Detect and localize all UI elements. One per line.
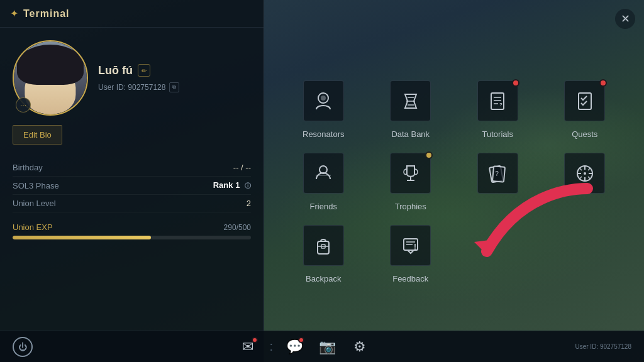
menu-grid-row1: Resonators Data Bank xyxy=(289,79,619,139)
menu-item-cards[interactable]: ? xyxy=(464,151,532,211)
resonators-icon-wrapper xyxy=(301,79,345,123)
data-bank-label: Data Bank xyxy=(391,129,430,139)
avatar-container: ⋯ xyxy=(13,40,88,116)
terminal-icon: ✦ xyxy=(10,8,18,19)
user-id-text: User ID: 902757128 xyxy=(98,83,165,92)
resonators-icon xyxy=(303,80,344,121)
tutorials-notification xyxy=(512,79,519,87)
sol3-label: SOL3 Phase xyxy=(13,181,59,190)
exp-label: Union EXP xyxy=(13,222,53,232)
svg-point-19 xyxy=(584,172,586,175)
window-title: Terminal xyxy=(23,8,70,19)
sol3-value: Rank 1 ⓘ xyxy=(213,180,251,190)
cards-icon: ? xyxy=(477,153,518,194)
menu-item-compass[interactable] xyxy=(551,151,619,211)
svg-line-25 xyxy=(588,177,590,178)
tutorials-label: Tutorials xyxy=(482,129,513,139)
svg-text:!: ! xyxy=(414,243,416,251)
data-bank-icon xyxy=(390,80,431,121)
settings-button[interactable]: ⚙ xyxy=(348,336,371,358)
bottom-separator: : xyxy=(269,339,273,354)
svg-line-27 xyxy=(580,177,582,178)
backpack-icon xyxy=(303,225,344,266)
bottom-bar: ⏻ ✉ : 💬 📷 ⚙ User ID: 902757128 xyxy=(0,331,644,362)
menu-item-feedback[interactable]: ! Feedback xyxy=(377,224,445,283)
power-button[interactable]: ⏻ xyxy=(13,337,33,357)
edit-name-icon[interactable]: ✏ xyxy=(138,64,150,77)
union-level-value: 2 xyxy=(247,199,251,208)
svg-rect-28 xyxy=(318,241,329,254)
menu-panel: Resonators Data Bank xyxy=(264,0,644,362)
bottom-user-id: User ID: 902757128 xyxy=(575,343,631,350)
stats-section: Birthday -- / -- SOL3 Phase Rank 1 ⓘ Uni… xyxy=(0,154,264,217)
sol3-info-icon[interactable]: ⓘ xyxy=(245,182,251,189)
exp-value: 290/500 xyxy=(224,223,251,232)
menu-item-backpack[interactable]: Backpack xyxy=(289,224,358,283)
menu-item-tutorials[interactable]: ? Tutorials xyxy=(464,79,532,139)
svg-rect-16 xyxy=(492,166,505,182)
quests-label: Quests xyxy=(572,129,597,139)
bottom-right: User ID: 902757128 xyxy=(575,343,631,350)
close-button[interactable]: ✕ xyxy=(615,9,635,29)
trophies-icon xyxy=(390,153,431,194)
trophies-label: Trophies xyxy=(395,202,426,211)
birthday-row: Birthday -- / -- xyxy=(13,159,251,177)
tutorials-icon: ? xyxy=(477,80,518,121)
camera-button[interactable]: 📷 xyxy=(316,336,338,358)
profile-info: Luō fú ✏ User ID: 902757128 ⧉ xyxy=(98,64,251,92)
mail-button[interactable]: ✉ xyxy=(236,336,259,358)
friends-label: Friends xyxy=(310,202,337,211)
chat-button[interactable]: 💬 xyxy=(283,336,306,358)
birthday-label: Birthday xyxy=(13,163,43,172)
terminal-panel: ✦ Terminal ⋯ Luō fú ✏ User ID: 902757128… xyxy=(0,0,264,362)
sol3-row: SOL3 Phase Rank 1 ⓘ xyxy=(13,177,251,195)
tutorials-icon-wrapper: ? xyxy=(475,79,519,123)
menu-grid-row3: Backpack ! Feedback xyxy=(289,224,619,283)
svg-text:?: ? xyxy=(499,102,502,107)
friends-icon xyxy=(303,153,344,194)
union-level-label: Union Level xyxy=(13,199,56,208)
cards-icon-wrapper: ? xyxy=(475,151,519,195)
birthday-value: -- / -- xyxy=(233,163,251,172)
menu-grid-row2: Friends Trophies xyxy=(289,151,619,211)
menu-item-trophies[interactable]: Trophies xyxy=(377,151,445,211)
svg-line-24 xyxy=(580,168,582,170)
svg-point-1 xyxy=(321,96,326,101)
menu-item-resonators[interactable]: Resonators xyxy=(289,79,358,139)
exp-bar-fill xyxy=(13,236,151,239)
chat-notification xyxy=(298,337,304,343)
avatar-badge[interactable]: ⋯ xyxy=(16,97,31,112)
terminal-header: ✦ Terminal xyxy=(0,0,264,28)
data-bank-icon-wrapper xyxy=(389,79,433,123)
profile-section: ⋯ Luō fú ✏ User ID: 902757128 ⧉ xyxy=(0,28,264,125)
union-level-row: Union Level 2 xyxy=(13,195,251,212)
friends-icon-wrapper xyxy=(301,151,345,195)
compass-icon xyxy=(564,153,605,194)
compass-icon-wrapper xyxy=(563,151,607,195)
exp-row: Union EXP 290/500 xyxy=(13,222,251,232)
svg-rect-10 xyxy=(579,93,591,109)
backpack-icon-wrapper xyxy=(301,224,345,268)
svg-line-26 xyxy=(588,168,590,170)
quests-icon xyxy=(564,80,605,121)
mail-notification xyxy=(252,337,258,343)
username: Luō fú xyxy=(98,64,133,77)
edit-bio-button[interactable]: Edit Bio xyxy=(13,125,62,145)
trophies-notification xyxy=(425,151,433,159)
user-id-row: User ID: 902757128 ⧉ xyxy=(98,82,251,92)
username-row: Luō fú ✏ xyxy=(98,64,251,77)
quests-icon-wrapper xyxy=(563,79,607,123)
bottom-center-icons: ✉ : 💬 📷 ⚙ xyxy=(236,336,371,358)
trophies-icon-wrapper xyxy=(389,151,433,195)
exp-section: Union EXP 290/500 xyxy=(0,217,264,244)
feedback-icon-wrapper: ! xyxy=(389,224,433,268)
copy-user-id-icon[interactable]: ⧉ xyxy=(169,82,179,92)
menu-item-friends[interactable]: Friends xyxy=(289,151,358,211)
feedback-label: Feedback xyxy=(392,274,428,283)
backpack-label: Backpack xyxy=(306,274,341,283)
menu-item-data-bank[interactable]: Data Bank xyxy=(377,79,445,139)
feedback-icon: ! xyxy=(390,225,431,266)
resonators-label: Resonators xyxy=(303,129,344,139)
quests-notification xyxy=(599,79,607,87)
menu-item-quests[interactable]: Quests xyxy=(551,79,619,139)
